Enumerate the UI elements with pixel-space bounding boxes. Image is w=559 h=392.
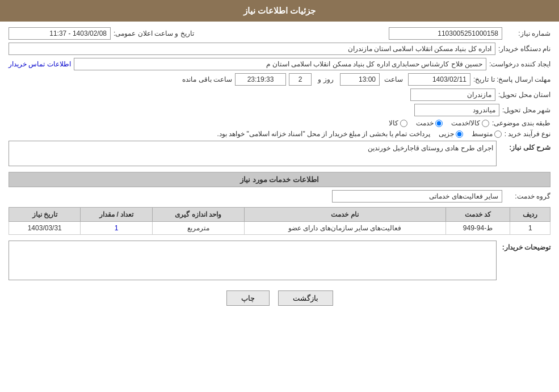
label-shomara: شماره نیاز: [505, 29, 550, 37]
th-kod: کد خدمت [445, 208, 510, 222]
table-body: 1 ط-94-949 فعالیت‌های سایر سازمان‌های دا… [9, 222, 550, 235]
label-buyer-desc: توضیحات خریدار: [499, 241, 550, 251]
field-mohlat-baqi: 23:19:33 [235, 73, 286, 86]
btn-print[interactable]: چاپ [226, 290, 270, 306]
row-grooh: گروه خدمت: سایر فعالیت‌های خدماتی [9, 190, 550, 203]
cell-tedad: 1 [81, 222, 152, 235]
field-ijad: حسین فلاح کارشناس حسابداری اداره کل بنیا… [74, 58, 486, 70]
th-nam: نام خدمت [244, 208, 445, 222]
label-kala-khadamat: کالا/خدمت [451, 119, 480, 127]
sharh-container: اجرای طرح هادی روستای قاجارخیل خورندین [9, 141, 497, 166]
section-title-service: اطلاعات خدمات مورد نیاز [9, 172, 550, 187]
service-table: ردیف کد خدمت نام خدمت واحد اندازه گیری ت… [9, 207, 550, 235]
radio-kala: کالا [389, 119, 407, 127]
field-mohlat-rooz: 2 [289, 73, 312, 86]
cell-vahed: مترمربع [152, 222, 244, 235]
link-etelaaat[interactable]: اطلاعات تماس خریدار [9, 60, 71, 68]
radio-motovaset-input[interactable] [494, 130, 502, 138]
label-rooz: روز و [314, 75, 337, 83]
label-shahr: شهر محل تحویل: [502, 106, 550, 114]
field-mohlat-date: 1403/02/11 [408, 73, 470, 86]
radio-motovaset: متوسط [472, 130, 502, 138]
radio-kala-khadamat: کالا/خدمت [451, 119, 489, 127]
field-mohlat-saat: 13:00 [340, 73, 380, 86]
radio-noe: متوسط جزیی [439, 130, 502, 138]
field-shahr: میاندرود [414, 104, 499, 116]
btn-back[interactable]: بازگشت [278, 290, 333, 306]
field-sharh: اجرای طرح هادی روستای قاجارخیل خورندین [9, 141, 497, 166]
row-ijad: ایجاد کننده درخواست: حسین فلاح کارشناس ح… [9, 58, 550, 70]
row-nam-dastgah: نام دستگاه خریدار: اداره کل بنیاد مسکن ا… [9, 43, 550, 55]
cell-kod: ط-94-949 [445, 222, 510, 235]
radio-kala-khadamat-input[interactable] [482, 120, 489, 127]
field-ostan: مازندران [410, 88, 495, 101]
label-khadamat: خدمت [416, 119, 434, 127]
label-saat: ساعت [383, 75, 405, 83]
radio-jozvi-input[interactable] [456, 130, 463, 138]
radio-tabaqe: کالا/خدمت خدمت کالا [389, 119, 489, 127]
row-shahr: شهر محل تحویل: میاندرود [9, 104, 550, 116]
label-ostan: استان محل تحویل: [498, 91, 550, 99]
field-nam-dastgah: اداره کل بنیاد مسکن انقلاب اسلامی استان … [9, 43, 495, 55]
label-jozvi: جزیی [439, 130, 454, 138]
row-tabaqe: طبقه بندی موضوعی: کالا/خدمت خدمت کالا [9, 119, 550, 127]
label-grooh: گروه خدمت: [505, 192, 550, 200]
row-shomara-tarikh: شماره نیاز: 1103005251000158 تاریخ و ساع… [9, 27, 550, 40]
radio-kala-input[interactable] [400, 120, 407, 127]
page-wrapper: جزئیات اطلاعات نیاز شماره نیاز: 11030052… [0, 0, 559, 392]
page-title: جزئیات اطلاعات نیاز [0, 0, 559, 22]
label-noe: نوع فرآیند خرید : [505, 130, 550, 138]
cell-radif: 1 [510, 222, 550, 235]
label-ijad: ایجاد کننده درخواست: [489, 60, 550, 68]
row-sharh: شرح کلی نیاز: اجرای طرح هادی روستای قاجا… [9, 141, 550, 166]
noe-text: پرداخت تمام یا بخشی از مبلغ خریدار از مح… [217, 130, 430, 138]
label-tarikh: تاریخ و ساعت اعلان عمومی: [114, 29, 194, 37]
th-vahed: واحد اندازه گیری [152, 208, 244, 222]
label-mohlat: مهلت ارسال پاسخ: تا تاریخ: [473, 75, 550, 83]
th-tedad: تعداد / مقدار [81, 208, 152, 222]
radio-jozvi: جزیی [439, 130, 463, 138]
th-tarikh: تاریخ نیاز [9, 208, 81, 222]
label-motovaset: متوسط [472, 130, 493, 138]
label-baqi: ساعت باقی مانده [181, 75, 232, 83]
row-ostan: استان محل تحویل: مازندران [9, 88, 550, 101]
field-shomara: 1103005251000158 [389, 27, 502, 40]
cell-tarikh: 1403/03/31 [9, 222, 81, 235]
buyer-desc-container [9, 241, 497, 282]
content-area: شماره نیاز: 1103005251000158 تاریخ و ساع… [0, 22, 559, 311]
label-nam-dastgah: نام دستگاه خریدار: [498, 45, 550, 53]
table-header-row: ردیف کد خدمت نام خدمت واحد اندازه گیری ت… [9, 208, 550, 222]
label-tabaqe: طبقه بندی موضوعی: [492, 119, 550, 127]
row-buyer-desc: توضیحات خریدار: [9, 241, 550, 282]
bottom-buttons: بازگشت چاپ [9, 290, 550, 306]
cell-nam: فعالیت‌های سایر سازمان‌های دارای عضو [244, 222, 445, 235]
field-grooh: سایر فعالیت‌های خدماتی [332, 190, 502, 203]
row-noe: نوع فرآیند خرید : متوسط جزیی پرداخت تمام… [9, 130, 550, 138]
row-mohlat: مهلت ارسال پاسخ: تا تاریخ: 1403/02/11 سا… [9, 73, 550, 86]
radio-khadamat-input[interactable] [435, 120, 443, 127]
field-tarikh: 1403/02/08 - 11:37 [9, 27, 111, 40]
label-kala: کالا [389, 119, 398, 127]
th-radif: ردیف [510, 208, 550, 222]
textarea-buyer-desc[interactable] [9, 241, 497, 280]
radio-khadamat: خدمت [416, 119, 443, 127]
table-row: 1 ط-94-949 فعالیت‌های سایر سازمان‌های دا… [9, 222, 550, 235]
label-sharh: شرح کلی نیاز: [499, 141, 550, 151]
